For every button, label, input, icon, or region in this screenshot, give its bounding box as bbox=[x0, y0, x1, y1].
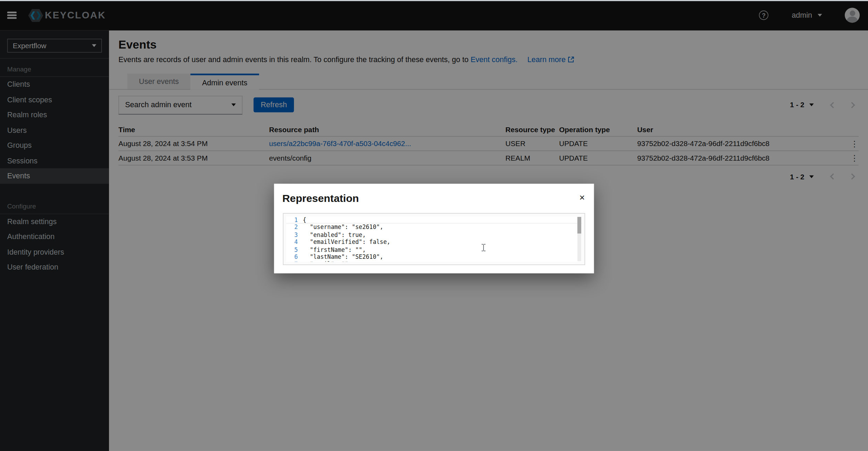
line-number: 7 bbox=[286, 261, 303, 262]
code-line: 2 "username": "se2610", bbox=[286, 224, 582, 231]
line-number: 6 bbox=[286, 253, 303, 261]
window-top-edge bbox=[0, 0, 868, 1]
editor-scrollbar bbox=[578, 217, 581, 261]
code-text: "email": "", bbox=[303, 261, 352, 262]
text-cursor bbox=[481, 244, 486, 251]
code-text: "firstName": "", bbox=[303, 246, 366, 253]
code-text: { bbox=[303, 216, 306, 223]
code-line: 3 "enabled": true, bbox=[286, 231, 582, 238]
modal-title: Representation bbox=[282, 193, 359, 205]
close-icon[interactable]: ✕ bbox=[579, 194, 585, 202]
line-number: 1 bbox=[286, 216, 303, 223]
code-line: 1{ bbox=[286, 216, 582, 224]
line-number: 4 bbox=[286, 239, 303, 246]
code-line: 5 "firstName": "", bbox=[286, 246, 582, 253]
code-text: "lastName": "SE2610", bbox=[303, 253, 383, 261]
code-text: "emailVerified": false, bbox=[303, 239, 390, 246]
keycloak-admin-console: KEYCLOAK ? admin Expertflow Manage Clien… bbox=[0, 0, 868, 451]
code-line: 4 "emailVerified": false, bbox=[286, 239, 582, 246]
line-number: 3 bbox=[286, 231, 303, 238]
line-number: 5 bbox=[286, 246, 303, 253]
line-number: 2 bbox=[286, 224, 303, 231]
scrollbar-thumb[interactable] bbox=[578, 217, 581, 233]
code-editor-frame: 1{ 2 "username": "se2610", 3 "enabled": … bbox=[283, 213, 585, 265]
code-text: "enabled": true, bbox=[303, 231, 366, 238]
code-text: "username": "se2610", bbox=[303, 224, 383, 231]
code-editor[interactable]: 1{ 2 "username": "se2610", 3 "enabled": … bbox=[286, 216, 582, 262]
code-line: 7 "email": "", bbox=[286, 261, 582, 262]
code-line: 6 "lastName": "SE2610", bbox=[286, 253, 582, 261]
representation-modal: Representation ✕ 1{ 2 "username": "se261… bbox=[274, 184, 594, 273]
